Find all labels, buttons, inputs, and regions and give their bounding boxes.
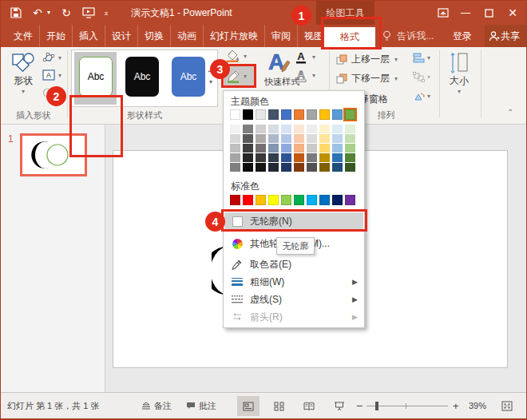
tab-7[interactable]: 幻灯片放映 [204,25,265,47]
color-swatch[interactable] [268,195,279,205]
color-variant-swatch[interactable] [256,134,266,143]
tab-8[interactable]: 审阅 [265,25,298,47]
color-variant-swatch[interactable] [256,163,266,172]
color-variant-swatch[interactable] [294,125,304,133]
zoom-out-button[interactable]: − [356,393,363,419]
tab-2[interactable]: 开始 [40,25,73,47]
color-variant-swatch[interactable] [307,153,317,162]
color-variant-swatch[interactable] [307,134,317,143]
color-swatch[interactable] [345,109,355,120]
tab-3[interactable]: 插入 [73,25,105,47]
tab-1[interactable]: 文件 [7,25,40,47]
color-swatch[interactable] [332,195,343,205]
ribbon-display-options-icon[interactable] [433,1,454,18]
color-variant-swatch[interactable] [332,153,343,162]
color-variant-swatch[interactable] [281,134,291,143]
color-variant-swatch[interactable] [230,134,240,143]
color-variant-swatch[interactable] [243,134,253,143]
color-swatch[interactable] [256,109,266,120]
color-variant-swatch[interactable] [345,144,355,153]
color-variant-swatch[interactable] [230,144,240,153]
color-swatch[interactable] [319,195,330,205]
color-variant-swatch[interactable] [307,125,317,133]
color-variant-swatch[interactable] [281,153,291,162]
color-variant-swatch[interactable] [332,134,343,143]
color-variant-swatch[interactable] [243,163,253,172]
slide-sorter-view-button[interactable] [267,396,290,416]
color-variant-swatch[interactable] [345,134,355,143]
color-variant-swatch[interactable] [230,163,240,172]
reading-view-button[interactable] [298,396,320,416]
color-variant-swatch[interactable] [243,125,253,133]
color-variant-swatch[interactable] [319,134,330,143]
normal-view-button[interactable] [237,396,260,416]
color-variant-swatch[interactable] [243,153,253,162]
comments-button[interactable]: 批注 [199,393,216,419]
color-variant-swatch[interactable] [319,144,330,153]
color-variant-swatch[interactable] [307,163,317,172]
color-variant-swatch[interactable] [281,163,291,172]
shapes-button[interactable]: 形状 ▾ [7,50,39,95]
undo-dropdown-icon[interactable]: ▾ [46,1,52,25]
color-variant-swatch[interactable] [307,144,317,153]
color-variant-swatch[interactable] [243,144,253,153]
color-swatch[interactable] [243,109,253,120]
color-swatch[interactable] [230,109,240,120]
color-variant-swatch[interactable] [281,144,291,153]
text-fill-button[interactable]: A ▾ [295,50,309,65]
color-variant-swatch[interactable] [281,125,291,133]
tab-5[interactable]: 切换 [138,25,171,47]
color-variant-swatch[interactable] [319,163,330,172]
color-variant-swatch[interactable] [332,125,343,133]
redo-icon[interactable]: ↻ [58,1,74,25]
color-variant-swatch[interactable] [294,134,304,143]
color-swatch[interactable] [294,195,304,205]
shape-fill-button[interactable]: ▾ [226,50,247,62]
send-backward-button[interactable]: 下移一层 ▾ [336,72,398,85]
notes-button[interactable]: 备注 [154,393,172,419]
zoom-level[interactable]: 39% [469,393,486,419]
menu-item-eyedropper[interactable]: 取色器(E) [224,256,363,273]
color-swatch[interactable] [230,195,240,205]
tab-4[interactable]: 设计 [105,25,138,47]
color-variant-swatch[interactable] [268,125,279,133]
slideshow-view-button[interactable] [328,396,351,416]
maximize-button[interactable] [478,1,499,18]
shape-style-option-2[interactable]: Abc [125,57,159,97]
color-variant-swatch[interactable] [294,144,304,153]
start-slideshow-icon[interactable] [81,1,97,18]
color-variant-swatch[interactable] [332,163,343,172]
text-box-button[interactable]: A ▾ [42,69,55,81]
zoom-in-button[interactable]: + [453,393,459,419]
customize-qat-icon[interactable]: ⌅ [101,1,111,25]
color-swatch[interactable] [307,195,317,205]
edit-shape-button[interactable]: ▾ [42,52,55,63]
color-variant-swatch[interactable] [256,153,266,162]
share-button[interactable]: 共享 [485,25,527,47]
group-button[interactable]: ▾ [413,72,425,82]
color-swatch[interactable] [307,109,317,120]
align-button[interactable]: ▾ [413,53,425,63]
color-variant-swatch[interactable] [319,153,330,162]
color-swatch[interactable] [332,109,343,120]
color-swatch[interactable] [243,195,253,205]
color-swatch[interactable] [281,195,291,205]
color-swatch[interactable] [345,195,355,205]
quick-styles-button[interactable]: A 快速样式 [264,49,293,88]
collapse-ribbon-icon[interactable]: ⌃ [507,108,513,117]
menu-item-weight[interactable]: 粗细(W) ▶ [224,273,363,291]
color-variant-swatch[interactable] [345,125,355,133]
rotate-button[interactable]: ▾ [413,91,425,101]
color-variant-swatch[interactable] [268,134,279,143]
tell-me-item[interactable]: 告诉我... [382,25,434,47]
color-variant-swatch[interactable] [332,144,343,153]
size-group-button[interactable]: 大小 ▾ [442,50,477,95]
color-variant-swatch[interactable] [268,144,279,153]
tab-6[interactable]: 动画 [171,25,204,47]
zoom-slider-track[interactable] [367,406,448,406]
bring-forward-button[interactable]: 上移一层 ▾ [336,53,398,66]
save-icon[interactable] [9,1,23,18]
color-swatch[interactable] [256,195,266,205]
color-variant-swatch[interactable] [294,163,304,172]
color-variant-swatch[interactable] [294,153,304,162]
